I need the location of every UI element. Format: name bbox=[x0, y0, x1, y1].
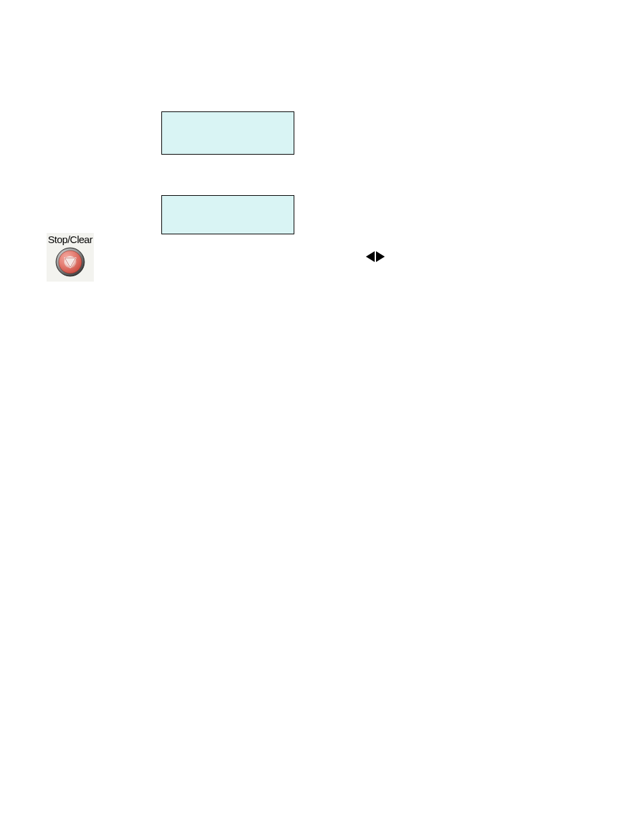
display-box-1 bbox=[161, 111, 294, 155]
stop-clear-button[interactable]: Stop/Clear bbox=[47, 233, 94, 282]
left-right-arrow-icon bbox=[366, 251, 385, 263]
stop-clear-label: Stop/Clear bbox=[47, 233, 94, 245]
svg-marker-0 bbox=[366, 251, 375, 262]
svg-marker-1 bbox=[376, 251, 385, 262]
display-box-2 bbox=[161, 195, 294, 234]
stop-icon bbox=[55, 247, 85, 277]
